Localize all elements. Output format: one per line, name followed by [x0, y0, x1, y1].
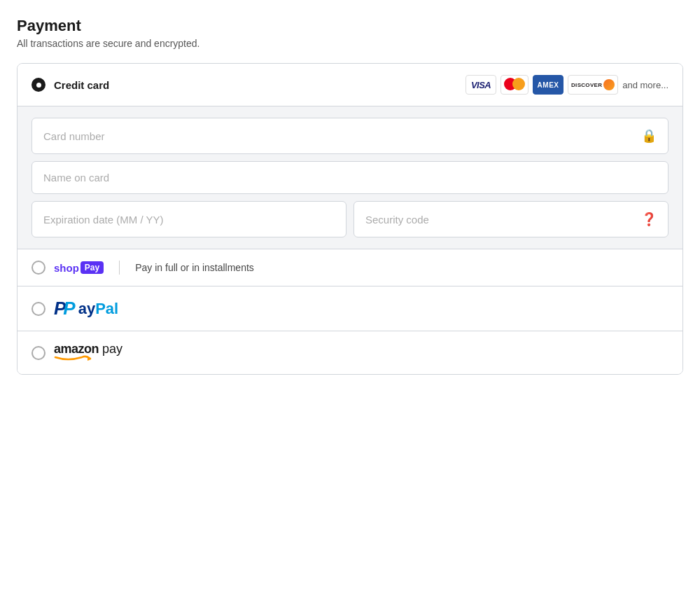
credit-card-option[interactable]: Credit card VISA AMEX DISCOVER and mo [18, 64, 682, 106]
expiration-date-field[interactable]: Expiration date (MM / YY) [31, 201, 346, 237]
shoppay-logo: shop Pay [54, 261, 104, 274]
name-on-card-field[interactable]: Name on card [31, 161, 668, 194]
visa-logo: VISA [465, 75, 496, 95]
card-logos: VISA AMEX DISCOVER and more... [465, 75, 668, 95]
credit-card-radio[interactable] [31, 78, 46, 92]
amazon-pay-radio[interactable] [31, 346, 46, 360]
lock-icon: 🔒 [641, 128, 657, 144]
paypal-p2-icon: P [63, 298, 75, 319]
amazon-logo: amazon pay [54, 343, 122, 363]
mc-right-circle [512, 78, 525, 90]
shoppay-divider [119, 261, 120, 275]
paypal-pal-text: Pal [95, 300, 118, 318]
paypal-option[interactable]: P P ay Pal [18, 286, 682, 331]
paypal-logo: P P ay Pal [54, 298, 118, 319]
page-subtitle: All transactions are secure and encrypte… [17, 38, 683, 49]
expiration-date-placeholder: Expiration date (MM / YY) [43, 214, 163, 226]
expiry-security-row: Expiration date (MM / YY) Security code … [31, 201, 668, 237]
mastercard-logo [500, 75, 528, 95]
paypal-radio[interactable] [31, 302, 46, 316]
amex-logo: AMEX [533, 75, 564, 95]
credit-card-header-left: Credit card [31, 78, 109, 92]
amazon-pay-option[interactable]: amazon pay [18, 331, 682, 374]
card-number-field[interactable]: Card number 🔒 [31, 118, 668, 154]
security-code-field[interactable]: Security code ❓ [354, 201, 668, 237]
shoppay-radio[interactable] [31, 261, 46, 275]
discover-inner: DISCOVER [568, 76, 617, 94]
shoppay-option[interactable]: shop Pay Pay in full or in installments [18, 249, 682, 286]
shop-text: shop [54, 262, 79, 274]
credit-card-label: Credit card [54, 79, 109, 91]
discover-circle [603, 79, 615, 90]
payment-container: Credit card VISA AMEX DISCOVER and mo [17, 63, 683, 375]
page-title: Payment [17, 17, 683, 35]
security-code-placeholder: Security code [365, 214, 429, 226]
paypal-pay-text: ay [78, 300, 95, 318]
pay-badge: Pay [80, 261, 104, 274]
and-more-label: and more... [622, 80, 668, 90]
shoppay-description: Pay in full or in installments [135, 262, 254, 273]
discover-text: DISCOVER [571, 82, 602, 88]
name-on-card-placeholder: Name on card [43, 172, 109, 184]
amazon-arrow-icon [54, 353, 122, 363]
card-number-placeholder: Card number [43, 130, 105, 142]
help-icon: ❓ [641, 212, 657, 227]
credit-card-form: Card number 🔒 Name on card Expiration da… [18, 106, 682, 249]
discover-logo: DISCOVER [568, 75, 618, 95]
